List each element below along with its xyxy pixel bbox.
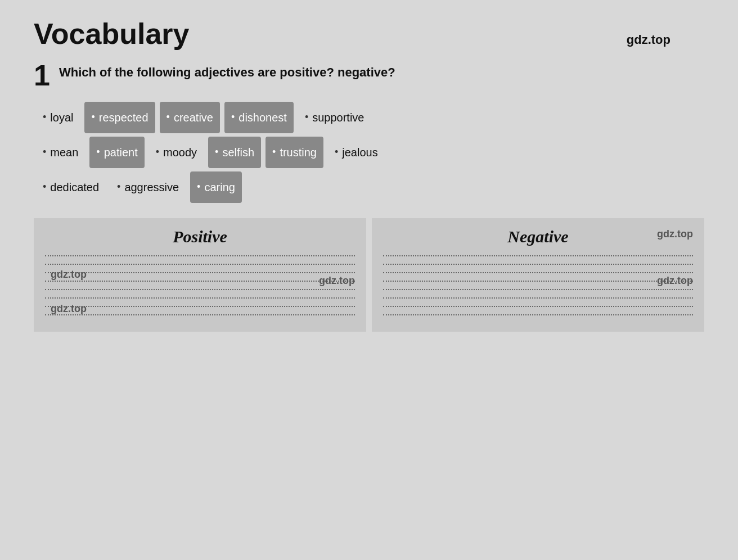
dotted-line-n4 <box>383 281 693 282</box>
watermark-n0: gdz.top <box>657 228 693 240</box>
watermark-p3: gdz.top <box>51 303 87 315</box>
dotted-line-p2 <box>45 264 355 265</box>
word-patient: patient <box>89 137 144 168</box>
dotted-line-n2 <box>383 264 693 265</box>
dotted-line-n5 <box>383 289 693 290</box>
word-dedicated: dedicated <box>36 171 106 203</box>
watermark-p1: gdz.top <box>51 269 87 281</box>
dotted-line-n1 <box>383 255 693 256</box>
words-line-1: loyal respected creative dishonest suppo… <box>34 100 704 135</box>
positive-table: Positive gdz.top gdz.top gdz.top <box>34 218 366 332</box>
exercise-question: Which of the following adjectives are po… <box>59 61 395 80</box>
word-mean: mean <box>36 137 85 168</box>
words-area: loyal respected creative dishonest suppo… <box>34 100 704 205</box>
word-caring: caring <box>190 171 242 203</box>
dotted-line-p1 <box>45 255 355 256</box>
negative-table: Negative gdz.top gdz.top <box>372 218 704 332</box>
word-loyal: loyal <box>36 102 80 133</box>
exercise-header: 1 Which of the following adjectives are … <box>34 61 704 90</box>
dotted-line-n8 <box>383 314 693 315</box>
page-title: Vocabulary <box>34 17 704 51</box>
dotted-line-p7 <box>45 306 355 307</box>
negative-title: Negative <box>383 227 693 246</box>
dotted-line-n7 <box>383 306 693 307</box>
watermark-top-right: gdz.top <box>627 33 670 47</box>
word-respected: respected <box>84 102 155 133</box>
dotted-line-n3 <box>383 272 693 273</box>
dotted-line-p3 <box>45 272 355 273</box>
words-line-3: dedicated aggressive caring <box>34 170 704 205</box>
dotted-line-p5 <box>45 289 355 290</box>
word-dishonest: dishonest <box>224 102 294 133</box>
word-trusting: trusting <box>266 137 323 168</box>
dotted-line-p6 <box>45 297 355 299</box>
dotted-line-n6 <box>383 297 693 299</box>
exercise-container: 1 Which of the following adjectives are … <box>34 61 704 332</box>
exercise-number: 1 <box>34 61 50 90</box>
word-moody: moody <box>149 137 204 168</box>
tables-row: Positive gdz.top gdz.top gdz.top Negativ… <box>34 218 704 332</box>
word-aggressive: aggressive <box>110 171 186 203</box>
positive-title: Positive <box>45 227 355 246</box>
word-supportive: supportive <box>298 102 371 133</box>
dotted-line-p8 <box>45 314 355 315</box>
word-jealous: jealous <box>328 137 385 168</box>
words-line-2: mean patient moody selfish trusting jeal… <box>34 135 704 170</box>
dotted-line-p4 <box>45 281 355 282</box>
word-creative: creative <box>160 102 220 133</box>
word-selfish: selfish <box>208 137 261 168</box>
